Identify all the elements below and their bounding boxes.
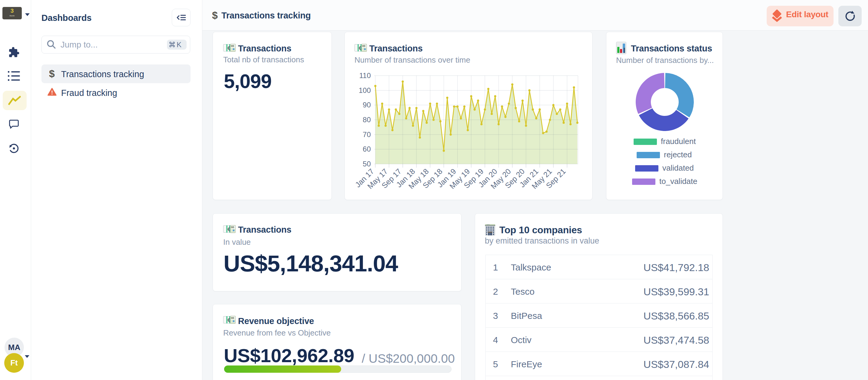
- svg-text:70: 70: [363, 130, 371, 139]
- svg-text:€: €: [228, 46, 230, 51]
- svg-text:00: 00: [231, 316, 235, 320]
- svg-text:80: 80: [363, 116, 371, 124]
- svg-text:60: 60: [363, 145, 371, 153]
- svg-text:110: 110: [359, 71, 371, 80]
- svg-text:€: €: [228, 227, 230, 232]
- svg-text:€: €: [359, 46, 362, 51]
- svg-text:90: 90: [363, 101, 371, 109]
- svg-text:00: 00: [362, 44, 366, 48]
- svg-text:50: 50: [363, 160, 371, 168]
- svg-text:100: 100: [359, 86, 371, 94]
- svg-text:00: 00: [231, 44, 235, 48]
- svg-text:€: €: [228, 318, 230, 323]
- svg-text:00: 00: [231, 225, 235, 229]
